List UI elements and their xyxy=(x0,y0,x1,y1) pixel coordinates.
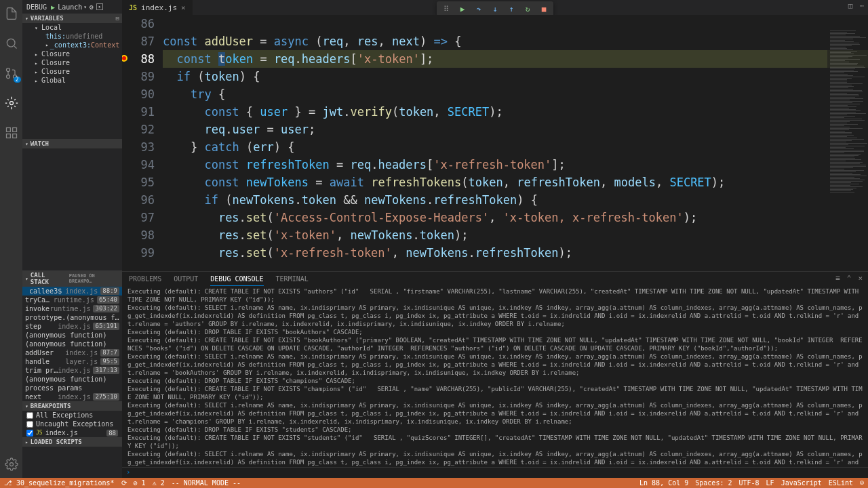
stack-frame[interactable]: process_params xyxy=(22,384,122,392)
panel-tabs: PROBLEMSOUTPUTDEBUG CONSOLETERMINAL xyxy=(122,271,868,286)
stack-frame[interactable]: stepindex.js65:191 xyxy=(22,322,122,331)
panel-tab-debug-console[interactable]: DEBUG CONSOLE xyxy=(210,272,263,286)
scope-closure-1[interactable]: ▸Closure xyxy=(22,49,122,58)
panel: PROBLEMSOUTPUTDEBUG CONSOLETERMINAL ≡ ⌃ … xyxy=(122,271,868,478)
launch-config[interactable]: Launch xyxy=(58,3,82,11)
js-icon: JS xyxy=(129,4,137,12)
panel-filter-icon[interactable]: ≡ xyxy=(835,274,840,283)
svg-rect-5 xyxy=(6,128,10,132)
var-this[interactable]: this: undefined xyxy=(22,32,122,41)
debug-sidebar: DEBUG ▶ Launch ▾ ⚙ ▸ ▾VARIABLES⊟ ▾Local … xyxy=(22,0,122,478)
source-control-icon[interactable]: 2 xyxy=(3,65,20,81)
stack-frame[interactable]: (anonymous function) xyxy=(22,340,122,348)
step-over-icon[interactable]: ↷ xyxy=(473,3,484,14)
panel-tab-output[interactable]: OUTPUT xyxy=(174,272,198,285)
panel-close-icon[interactable]: × xyxy=(858,274,863,283)
svg-point-2 xyxy=(6,75,9,79)
svg-rect-7 xyxy=(12,134,16,138)
status-errors[interactable]: ⊘ 1 xyxy=(134,479,146,487)
gear-icon[interactable] xyxy=(3,456,20,472)
start-debug-icon[interactable]: ▶ xyxy=(51,3,55,11)
svg-rect-6 xyxy=(12,128,16,132)
callstack-section[interactable]: ▾CALL STACKPAUSED ON BREAKPO… xyxy=(22,270,122,287)
editor-group: JS index.js × ⠿ ▶ ↷ ↓ ↑ ↻ ■ ◫ ⋯ 86878889… xyxy=(122,0,868,271)
cursor-pos[interactable]: Ln 88, Col 9 xyxy=(639,479,688,487)
sidebar-header: DEBUG ▶ Launch ▾ ⚙ ▸ xyxy=(22,0,122,14)
svg-point-0 xyxy=(7,39,15,47)
bp-uncaught[interactable]: Uncaught Exceptions xyxy=(22,420,122,428)
panel-tab-problems[interactable]: PROBLEMS xyxy=(129,272,161,285)
stack-frame[interactable]: prototype.(anonymous functi… xyxy=(22,313,122,322)
status-bar: ⎇ 30_sequelize_migrations* ⟳ ⊘ 1 ⚠ 2 -- … xyxy=(0,478,868,488)
panel-expand-icon[interactable]: ⌃ xyxy=(847,274,852,283)
search-icon[interactable] xyxy=(3,35,20,52)
bp-file[interactable]: JSindex.js88 xyxy=(22,428,122,437)
activity-bar: 2 xyxy=(0,0,22,478)
step-out-icon[interactable]: ↑ xyxy=(506,3,517,14)
minimap[interactable] xyxy=(827,30,868,271)
sync-icon[interactable]: ⟳ xyxy=(121,479,127,487)
loaded-scripts-section[interactable]: ▸LOADED SCRIPTS xyxy=(22,437,122,447)
svg-point-9 xyxy=(9,463,13,466)
debug-toolbar: ⠿ ▶ ↷ ↓ ↑ ↻ ■ xyxy=(437,1,553,16)
var-context[interactable]: ▸_context3: Context {tryEntri… xyxy=(22,41,122,49)
console-icon[interactable]: ▸ xyxy=(96,3,103,10)
debug-icon[interactable] xyxy=(3,95,20,111)
bp-all-exceptions[interactable]: All Exceptions xyxy=(22,411,122,420)
stack-frame[interactable]: addUserindex.js87:7 xyxy=(22,348,122,357)
svg-point-1 xyxy=(6,68,9,72)
scope-closure-2[interactable]: ▸Closure xyxy=(22,58,122,67)
stack-frame[interactable]: _callee3$index.js88:9 xyxy=(22,287,122,296)
scope-closure-3[interactable]: ▸Closure xyxy=(22,67,122,76)
eol[interactable]: LF xyxy=(766,479,774,487)
extensions-icon[interactable] xyxy=(3,125,20,141)
restart-icon[interactable]: ↻ xyxy=(522,3,533,14)
debug-console-input[interactable]: › xyxy=(122,467,868,478)
collapse-icon[interactable]: ⊟ xyxy=(116,15,119,22)
debug-console-output[interactable]: Executing (default): CREATE TABLE IF NOT… xyxy=(122,286,868,467)
language[interactable]: JavaScript xyxy=(781,479,822,487)
breakpoints-section[interactable]: ▾BREAKPOINTS xyxy=(22,401,122,411)
svg-point-4 xyxy=(9,102,13,105)
vim-mode: -- NORMAL MODE -- xyxy=(172,479,241,487)
encoding[interactable]: UTF-8 xyxy=(738,479,759,487)
panel-tab-terminal[interactable]: TERMINAL xyxy=(276,272,309,285)
stack-frame[interactable]: invokeruntime.js303:22 xyxy=(22,304,122,313)
stack-frame[interactable]: tryCatchruntime.js65:40 xyxy=(22,296,122,304)
stack-frame[interactable]: handlelayer.js95:5 xyxy=(22,357,122,366)
files-icon[interactable] xyxy=(3,5,20,22)
stack-frame[interactable]: (anonymous function) xyxy=(22,331,122,340)
watch-section[interactable]: ▾WATCH xyxy=(22,139,122,148)
status-warnings[interactable]: ⚠ 2 xyxy=(153,479,165,487)
stack-frame[interactable]: trim_prefixindex.js317:13 xyxy=(22,366,122,375)
tab-filename: index.js xyxy=(141,3,177,12)
drag-handle-icon[interactable]: ⠿ xyxy=(441,3,452,14)
code-editor[interactable]: 8687888990919293949596979899 const addUs… xyxy=(122,15,868,271)
editor-actions: ◫ ⋯ xyxy=(848,1,864,10)
stack-frame[interactable]: nextindex.js275:10 xyxy=(22,392,122,401)
chevron-down-icon[interactable]: ▾ xyxy=(83,4,87,10)
bp-checkbox[interactable] xyxy=(26,412,33,419)
stop-icon[interactable]: ■ xyxy=(538,3,549,14)
eslint[interactable]: ESLint xyxy=(829,479,853,487)
scope-local[interactable]: ▾Local xyxy=(22,23,122,32)
stack-frame[interactable]: (anonymous function) xyxy=(22,375,122,384)
close-icon[interactable]: × xyxy=(181,3,186,12)
step-into-icon[interactable]: ↓ xyxy=(490,3,500,14)
bp-checkbox[interactable] xyxy=(26,421,33,428)
tab-index-js[interactable]: JS index.js × xyxy=(122,0,193,15)
split-editor-icon[interactable]: ◫ xyxy=(848,1,853,10)
feedback-icon[interactable]: ☺ xyxy=(860,479,864,487)
debug-title: DEBUG xyxy=(26,3,47,11)
more-icon[interactable]: ⋯ xyxy=(859,1,864,10)
svg-rect-8 xyxy=(6,134,10,138)
git-branch[interactable]: ⎇ 30_sequelize_migrations* xyxy=(4,479,115,487)
variables-section[interactable]: ▾VARIABLES⊟ xyxy=(22,14,122,23)
gear-config-icon[interactable]: ⚙ xyxy=(90,3,94,11)
indent[interactable]: Spaces: 2 xyxy=(695,479,732,487)
bp-checkbox[interactable] xyxy=(26,430,33,436)
continue-icon[interactable]: ▶ xyxy=(457,3,468,14)
scope-global[interactable]: ▸Global xyxy=(22,76,122,85)
